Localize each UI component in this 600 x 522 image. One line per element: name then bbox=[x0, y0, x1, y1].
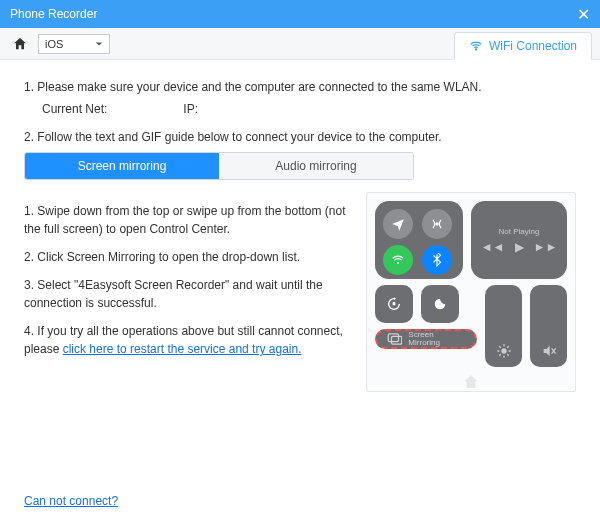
cellular-icon bbox=[422, 209, 452, 239]
wifi-icon bbox=[469, 39, 483, 53]
wifi-tab-label: WiFi Connection bbox=[489, 39, 577, 53]
ip-value bbox=[206, 102, 266, 116]
step-1-text: 1. Please make sure your device and the … bbox=[24, 80, 576, 94]
main-content: 1. Please make sure your device and the … bbox=[0, 60, 600, 400]
svg-point-6 bbox=[501, 348, 506, 353]
do-not-disturb-icon bbox=[421, 285, 459, 323]
current-net-label: Current Net: bbox=[42, 102, 107, 116]
window-title: Phone Recorder bbox=[10, 7, 558, 21]
cannot-connect-link[interactable]: Can not connect? bbox=[24, 494, 118, 508]
svg-rect-4 bbox=[388, 334, 398, 342]
instruction-3: 3. Select "4Easysoft Screen Recorder" an… bbox=[24, 276, 350, 312]
wifi-connection-tab[interactable]: WiFi Connection bbox=[454, 32, 592, 60]
tab-screen-mirroring[interactable]: Screen mirroring bbox=[25, 153, 219, 179]
close-button[interactable]: ✕ bbox=[558, 5, 590, 24]
ip-label: IP: bbox=[183, 102, 198, 116]
wifi-toggle-icon bbox=[383, 245, 413, 275]
instruction-2: 2. Click Screen Mirroring to open the dr… bbox=[24, 248, 350, 266]
volume-slider bbox=[530, 285, 567, 367]
brightness-slider bbox=[485, 285, 522, 367]
os-selected-value: iOS bbox=[45, 38, 63, 50]
now-playing-label: Not Playing bbox=[499, 227, 540, 236]
instruction-4: 4. If you try all the operations above b… bbox=[24, 322, 350, 358]
screen-mirroring-icon bbox=[387, 332, 402, 346]
title-bar: Phone Recorder ✕ bbox=[0, 0, 600, 28]
toolbar: iOS WiFi Connection bbox=[0, 28, 600, 60]
volume-mute-icon bbox=[541, 343, 557, 359]
instructions: 1. Swipe down from the top or swipe up f… bbox=[24, 192, 350, 368]
svg-point-1 bbox=[435, 222, 439, 226]
home-icon bbox=[12, 36, 28, 52]
mirroring-tabs: Screen mirroring Audio mirroring bbox=[24, 152, 414, 180]
network-info: Current Net: IP: bbox=[42, 102, 576, 116]
bluetooth-icon bbox=[422, 245, 452, 275]
cc-music-tile: Not Playing ◄◄ ▶ ►► bbox=[471, 201, 567, 279]
prev-track-icon: ◄◄ bbox=[481, 240, 505, 254]
airplane-icon bbox=[383, 209, 413, 239]
cc-screen-mirroring-label: Screen Mirroring bbox=[408, 331, 465, 347]
svg-point-2 bbox=[397, 262, 399, 264]
cc-screen-mirroring-button: Screen Mirroring bbox=[375, 329, 477, 349]
play-icon: ▶ bbox=[515, 240, 524, 254]
cc-home-icon bbox=[375, 373, 567, 391]
chevron-down-icon bbox=[95, 40, 103, 48]
step-2-text: 2. Follow the text and GIF guide below t… bbox=[24, 130, 576, 144]
control-center-preview: Not Playing ◄◄ ▶ ►► Scree bbox=[366, 192, 576, 392]
current-net-value bbox=[115, 102, 175, 116]
orientation-lock-icon bbox=[375, 285, 413, 323]
svg-rect-5 bbox=[391, 336, 401, 344]
next-track-icon: ►► bbox=[534, 240, 558, 254]
tab-audio-mirroring[interactable]: Audio mirroring bbox=[219, 153, 413, 179]
brightness-icon bbox=[496, 343, 512, 359]
instruction-1: 1. Swipe down from the top or swipe up f… bbox=[24, 202, 350, 238]
cc-connectivity-tile bbox=[375, 201, 463, 279]
svg-point-0 bbox=[475, 49, 476, 50]
os-select[interactable]: iOS bbox=[38, 34, 110, 54]
home-button[interactable] bbox=[10, 34, 30, 54]
restart-service-link[interactable]: click here to restart the service and tr… bbox=[63, 342, 302, 356]
svg-rect-3 bbox=[393, 302, 396, 305]
